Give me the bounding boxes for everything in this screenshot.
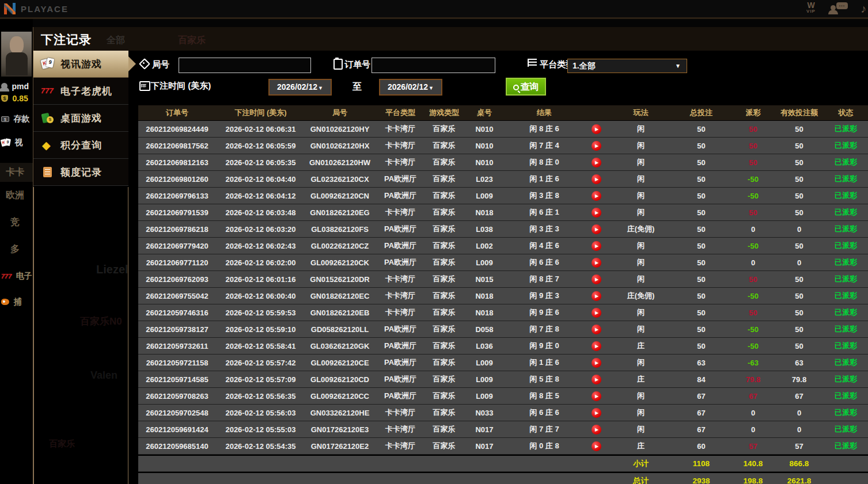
result-cell: 闲 3 庄 3 — [507, 221, 582, 237]
replay-play-icon[interactable]: ▶ — [592, 241, 601, 251]
replay-play-icon[interactable]: ▶ — [592, 308, 601, 318]
bet-time-cell: 2026-02-12 06:02:43 — [216, 238, 305, 254]
total-bet-cell: 50 — [671, 221, 731, 237]
sidebar-item-积分查询[interactable]: 积分查询 — [33, 132, 128, 159]
replay-play-icon[interactable]: ▶ — [592, 441, 601, 451]
table-row: 2602120697711202026-02-12 06:02:00GL0092… — [138, 254, 868, 271]
customer-support-icon[interactable]: ... — [828, 2, 849, 17]
menu-border — [128, 187, 128, 484]
summary-empty-cell — [374, 456, 426, 471]
payout-cell: 57 — [731, 438, 775, 454]
sidebar-item-额度记录[interactable]: 额度记录 — [33, 159, 128, 186]
date-to-picker[interactable]: 2026/02/12▼ — [379, 79, 442, 96]
replay-play-icon[interactable]: ▶ — [592, 174, 601, 184]
platform-type-select[interactable]: 1.全部 ▼ — [567, 59, 687, 73]
clownfish-icon — [1, 299, 9, 305]
platform-type-cell: 卡卡湾厅 — [374, 204, 426, 220]
replay-play-icon[interactable]: ▶ — [592, 141, 601, 151]
result-cell: 闲 4 庄 6 — [507, 238, 582, 254]
round-number-label: 局号 — [152, 59, 169, 70]
hall-item[interactable]: 卡卡 — [0, 163, 33, 182]
play-type-cell: 闲 — [611, 304, 671, 321]
round-number-cell: GN010262120HX — [305, 138, 374, 154]
table-row: 2602120697550422026-02-12 06:00:40GN0182… — [138, 288, 868, 304]
summary-empty-cell — [305, 473, 374, 484]
search-button[interactable]: 查询 — [506, 78, 546, 96]
replay-play-icon[interactable]: ▶ — [592, 224, 601, 234]
status-cell: 已派彩 — [824, 438, 868, 454]
replay-play-icon[interactable]: ▶ — [592, 258, 601, 268]
replay-play-icon[interactable]: ▶ — [592, 375, 601, 384]
result-cell: 闲 9 庄 3 — [507, 288, 582, 304]
game-type-cell: 百家乐 — [426, 188, 462, 204]
platform-type-cell: 卡卡湾厅 — [374, 154, 426, 170]
tag-icon — [139, 59, 149, 68]
platform-type-cell: 卡卡湾厅 — [374, 288, 426, 304]
round-number-input[interactable] — [179, 58, 311, 73]
valid-bet-cell: 50 — [775, 271, 824, 287]
balance: $ 0.85 — [1, 93, 28, 103]
payout-cell: 0 — [731, 421, 775, 437]
total-bet-cell: 50 — [671, 171, 731, 187]
hall-item[interactable]: 欧洲 — [6, 189, 24, 201]
play-type-cell: 庄(免佣) — [611, 221, 671, 237]
table-number-cell: L002 — [462, 238, 507, 254]
replay-play-icon[interactable]: ▶ — [592, 291, 601, 301]
column-header: 游戏类型 — [426, 105, 462, 120]
user-avatar[interactable] — [1, 32, 32, 77]
table-number-cell: D058 — [462, 321, 507, 337]
vip-icon[interactable]: W VIP — [799, 2, 822, 17]
summary-label: 总计 — [611, 473, 671, 484]
table-number-cell: N017 — [462, 421, 507, 437]
result-cell: 闲 6 庄 6 — [507, 405, 582, 421]
platform-type-cell: PA欧洲厅 — [374, 388, 426, 404]
total-bet-cell: 60 — [671, 438, 731, 454]
replay-play-icon[interactable]: ▶ — [592, 124, 601, 134]
table-number-cell: L023 — [462, 171, 507, 187]
sidebar-item-电子老虎机[interactable]: 电子老虎机 — [33, 78, 128, 105]
fishing-item[interactable]: 捕 — [1, 296, 21, 307]
order-number-input[interactable] — [372, 58, 495, 73]
replay-play-icon[interactable]: ▶ — [592, 275, 601, 284]
replay-play-icon[interactable]: ▶ — [592, 425, 601, 435]
video-games-item[interactable]: 视 — [1, 137, 22, 148]
table-row: 2602120597381272026-02-12 05:59:10GD0582… — [138, 321, 868, 338]
sidebar-item-桌面游戏[interactable]: 桌面游戏 — [33, 105, 128, 132]
table-number-cell: L038 — [462, 221, 507, 237]
order-number-cell: 260212069771120 — [138, 254, 216, 270]
replay-play-icon[interactable]: ▶ — [592, 358, 601, 368]
play-type-cell: 庄 — [611, 438, 671, 454]
summary-empty-cell — [462, 456, 507, 471]
replay-play-icon[interactable]: ▶ — [592, 391, 601, 401]
brand-text[interactable]: PLAYACE — [21, 4, 69, 14]
background-table-label: 百家乐N0 — [80, 315, 122, 328]
date-from-picker[interactable]: 2026/02/12▼ — [268, 79, 332, 96]
playace-logo[interactable] — [2, 1, 17, 16]
game-type-cell: 百家乐 — [426, 304, 462, 321]
music-note-icon[interactable]: ♪ — [858, 2, 868, 17]
bet-time-cell: 2026-02-12 05:59:53 — [216, 304, 305, 321]
replay-play-icon[interactable]: ▶ — [592, 158, 601, 167]
round-number-cell: GL009262120CN — [305, 188, 374, 204]
replay-play-icon[interactable]: ▶ — [592, 325, 601, 334]
hall-item[interactable]: 多 — [10, 243, 20, 256]
sidebar-item-视讯游戏[interactable]: 视讯游戏 — [33, 51, 128, 78]
slots-item[interactable]: 777 电子 — [1, 270, 32, 281]
replay-play-icon[interactable]: ▶ — [592, 408, 601, 418]
total-bet-cell: 84 — [671, 371, 731, 387]
status-cell: 已派彩 — [824, 238, 868, 254]
platform-type-cell: PA欧洲厅 — [374, 338, 426, 354]
replay-play-icon[interactable]: ▶ — [592, 208, 601, 218]
replay-play-icon[interactable]: ▶ — [592, 191, 601, 201]
top-bar: PLAYACE W VIP ... ♪ — [0, 0, 868, 17]
total-bet-cell: 50 — [671, 254, 731, 270]
summary-empty-cell — [507, 456, 582, 471]
slot-777-icon — [41, 85, 56, 97]
hall-item[interactable]: 竞 — [10, 216, 20, 228]
valid-bet-cell: 0 — [775, 254, 824, 270]
deposit-item[interactable]: $ 存款 — [1, 113, 29, 124]
table-row: 2602120597211582026-02-12 05:57:42GL0092… — [138, 355, 868, 371]
valid-bet-cell: 50 — [775, 238, 824, 254]
round-number-cell: GL009262120CK — [305, 254, 374, 270]
replay-play-icon[interactable]: ▶ — [592, 341, 601, 351]
